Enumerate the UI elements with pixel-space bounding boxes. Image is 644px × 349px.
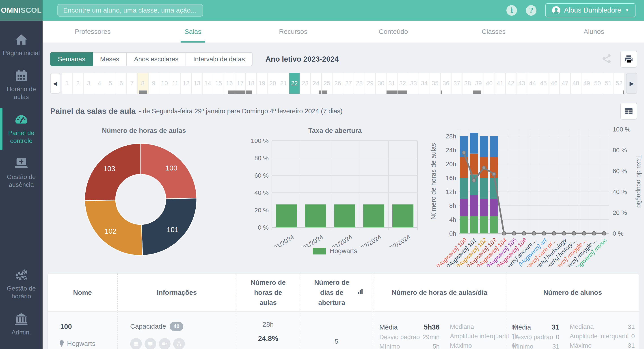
tab-classes[interactable]: Classes <box>444 20 544 42</box>
svg-text:Taxa de ocupação: Taxa de ocupação <box>636 155 643 208</box>
week-cell-42[interactable]: 42 <box>506 73 516 94</box>
week-cell-15[interactable]: 15 <box>213 73 224 94</box>
week-cell-13[interactable]: 13 <box>192 73 202 94</box>
week-cell-8[interactable]: 8 <box>138 73 148 94</box>
svg-text:31/01/2024: 31/01/2024 <box>323 233 353 247</box>
table-row[interactable]: 100 Hogwarts Capacidade 40 <box>48 311 639 349</box>
week-cell-6[interactable]: 6 <box>116 73 127 94</box>
sidebar-item-admin[interactable]: Admin. <box>0 306 42 342</box>
week-cell-46[interactable]: 46 <box>549 73 560 94</box>
months-button[interactable]: Meses <box>92 52 127 66</box>
week-cell-37[interactable]: 37 <box>452 73 462 94</box>
week-prev-button[interactable]: ◀ <box>50 73 60 94</box>
week-cell-24[interactable]: 24 <box>311 73 322 94</box>
room-name[interactable]: 100 <box>60 323 111 331</box>
week-cell-36[interactable]: 36 <box>441 73 452 94</box>
print-button[interactable] <box>620 51 637 68</box>
help-icon[interactable]: ? <box>526 5 536 16</box>
svg-text:80 %: 80 % <box>254 154 269 162</box>
week-cell-39[interactable]: 39 <box>473 73 484 94</box>
column-header-dias-abertura[interactable]: Número de dias de abertura <box>300 274 373 311</box>
week-cell-30[interactable]: 30 <box>376 73 386 94</box>
sort-icon[interactable] <box>357 288 364 298</box>
week-cell-17[interactable]: 17 <box>235 73 246 94</box>
week-cell-25[interactable]: 25 <box>322 73 332 94</box>
user-name: Albus Dumbledore <box>564 6 621 14</box>
user-menu-button[interactable]: Albus Dumbledore ▼ <box>546 3 636 17</box>
week-cell-5[interactable]: 5 <box>105 73 116 94</box>
week-cell-49[interactable]: 49 <box>582 73 592 94</box>
holiday-bar <box>473 90 481 94</box>
week-cell-18[interactable]: 18 <box>246 73 256 94</box>
week-cell-34[interactable]: 34 <box>419 73 430 94</box>
sidebar-item-timetable[interactable]: Horário de aulas <box>0 63 42 107</box>
week-cell-26[interactable]: 26 <box>332 73 343 94</box>
tab-conteudo[interactable]: Conteúdo <box>343 20 444 42</box>
week-cell-4[interactable]: 4 <box>94 73 105 94</box>
week-cell-23[interactable]: 23 <box>300 73 311 94</box>
week-cell-35[interactable]: 35 <box>430 73 441 94</box>
opening-rate-chart: 0 %20 %40 %60 %80 %100 %29/01/202430/01/… <box>245 134 425 247</box>
week-cell-27[interactable]: 27 <box>343 73 354 94</box>
sidebar: Página inicial Horário de aulas Painel d… <box>0 20 42 349</box>
tab-recursos[interactable]: Recursos <box>243 20 343 42</box>
info-icon[interactable]: i <box>506 5 517 16</box>
week-cell-9[interactable]: 9 <box>148 73 159 94</box>
week-cell-7[interactable]: 7 <box>127 73 138 94</box>
week-cell-16[interactable]: 16 <box>224 73 235 94</box>
gears-icon <box>14 268 28 282</box>
week-cell-14[interactable]: 14 <box>202 73 213 94</box>
week-cell-2[interactable]: 2 <box>72 73 83 94</box>
svg-text:100: 100 <box>165 164 177 172</box>
week-cell-12[interactable]: 12 <box>181 73 192 94</box>
sidebar-item-dashboard[interactable]: Painel de controle <box>0 107 42 151</box>
week-cell-28[interactable]: 28 <box>354 73 365 94</box>
school-years-button[interactable]: Anos escolares <box>126 52 186 66</box>
panel-header: Painel da salas de aula - de Segunda-fei… <box>50 102 637 120</box>
week-cell-10[interactable]: 10 <box>159 73 170 94</box>
week-cell-38[interactable]: 38 <box>462 73 473 94</box>
week-cell-29[interactable]: 29 <box>365 73 376 94</box>
students-stats: Média31Desvio padrão0Mínimo31 Mediana31A… <box>513 320 635 349</box>
tab-professores[interactable]: Professores <box>42 20 143 42</box>
sidebar-item-schedule-management[interactable]: Gestão de horário <box>0 262 42 306</box>
week-cell-3[interactable]: 3 <box>84 73 94 94</box>
week-cell-11[interactable]: 11 <box>170 73 181 94</box>
sidebar-item-home[interactable]: Página inicial <box>0 27 42 63</box>
tab-salas[interactable]: Salas <box>143 20 243 42</box>
search-input[interactable] <box>57 4 203 16</box>
week-cell-19[interactable]: 19 <box>257 73 268 94</box>
week-cell-47[interactable]: 47 <box>560 73 570 94</box>
table-view-button[interactable] <box>620 102 637 120</box>
tab-alunos[interactable]: Alunos <box>544 20 644 42</box>
date-range-button[interactable]: Intervalo de datas <box>186 52 252 66</box>
week-cell-51[interactable]: 51 <box>603 73 614 94</box>
week-cell-43[interactable]: 43 <box>516 73 527 94</box>
week-cell-52[interactable]: 52 <box>614 73 624 94</box>
week-cell-31[interactable]: 31 <box>386 73 397 94</box>
week-cell-41[interactable]: 41 <box>495 73 506 94</box>
week-cell-33[interactable]: 33 <box>408 73 419 94</box>
week-cell-48[interactable]: 48 <box>571 73 582 94</box>
occupancy-chart: 0h4h8h12h16h20h24h28h0 %20 %40 %60 %80 %… <box>425 122 644 266</box>
week-cell-22[interactable]: 22 <box>289 73 300 94</box>
week-cell-50[interactable]: 50 <box>592 73 603 94</box>
weeks-button[interactable]: Semanas <box>50 52 93 66</box>
week-cell-21[interactable]: 21 <box>278 73 289 94</box>
week-cell-20[interactable]: 20 <box>268 73 278 94</box>
svg-text:0 %: 0 % <box>613 230 624 237</box>
sidebar-item-absence[interactable]: Gestão de ausência <box>0 151 42 195</box>
svg-text:12h: 12h <box>446 188 456 195</box>
page-title: Painel da salas de aula <box>50 107 136 116</box>
week-cell-45[interactable]: 45 <box>538 73 549 94</box>
rooms-table: Nome Informações Número de horas de aula… <box>48 273 639 349</box>
week-cell-44[interactable]: 44 <box>527 73 538 94</box>
week-strip: ◀ 12345678910111213141516171819202122232… <box>50 73 637 94</box>
week-cell-40[interactable]: 40 <box>484 73 495 94</box>
holiday-bar <box>398 90 407 94</box>
week-cell-32[interactable]: 32 <box>398 73 408 94</box>
week-cell-1[interactable]: 1 <box>62 73 72 94</box>
holiday-bar <box>322 90 328 94</box>
week-next-button[interactable]: ▶ <box>626 73 637 94</box>
share-icon[interactable] <box>602 54 612 65</box>
